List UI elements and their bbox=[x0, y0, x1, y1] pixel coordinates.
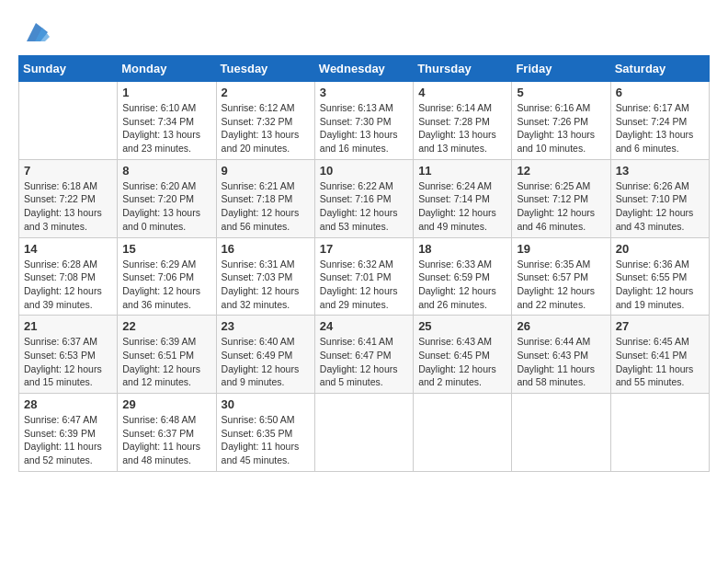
calendar-table: SundayMondayTuesdayWednesdayThursdayFrid… bbox=[18, 55, 710, 472]
day-number: 5 bbox=[517, 86, 605, 99]
calendar-week-row: 21Sunrise: 6:37 AMSunset: 6:53 PMDayligh… bbox=[19, 316, 710, 394]
day-info: Sunrise: 6:39 AMSunset: 6:51 PMDaylight:… bbox=[122, 335, 210, 389]
day-number: 23 bbox=[222, 319, 310, 333]
calendar-cell: 3Sunrise: 6:13 AMSunset: 7:30 PMDaylight… bbox=[314, 82, 413, 160]
calendar-cell: 18Sunrise: 6:33 AMSunset: 6:59 PMDayligh… bbox=[414, 237, 512, 316]
calendar-week-row: 7Sunrise: 6:18 AMSunset: 7:22 PMDaylight… bbox=[19, 159, 710, 237]
day-info: Sunrise: 6:14 AMSunset: 7:28 PMDaylight:… bbox=[418, 101, 506, 155]
calendar-cell: 27Sunrise: 6:45 AMSunset: 6:41 PMDayligh… bbox=[610, 316, 709, 394]
weekday-header: Friday bbox=[512, 56, 610, 82]
day-info: Sunrise: 6:43 AMSunset: 6:45 PMDaylight:… bbox=[418, 335, 506, 389]
calendar-cell: 26Sunrise: 6:44 AMSunset: 6:43 PMDayligh… bbox=[512, 316, 610, 394]
day-number: 30 bbox=[222, 397, 310, 411]
day-number: 9 bbox=[222, 164, 310, 178]
day-info: Sunrise: 6:50 AMSunset: 6:35 PMDaylight:… bbox=[222, 413, 310, 467]
calendar-cell: 25Sunrise: 6:43 AMSunset: 6:45 PMDayligh… bbox=[414, 316, 512, 394]
day-info: Sunrise: 6:35 AMSunset: 6:57 PMDaylight:… bbox=[517, 258, 605, 312]
logo bbox=[18, 18, 50, 46]
calendar-cell: 9Sunrise: 6:21 AMSunset: 7:18 PMDaylight… bbox=[216, 159, 314, 237]
calendar-cell: 15Sunrise: 6:29 AMSunset: 7:06 PMDayligh… bbox=[118, 237, 216, 316]
day-info: Sunrise: 6:12 AMSunset: 7:32 PMDaylight:… bbox=[222, 101, 310, 155]
day-info: Sunrise: 6:33 AMSunset: 6:59 PMDaylight:… bbox=[418, 258, 506, 312]
logo-icon bbox=[22, 18, 50, 46]
day-info: Sunrise: 6:36 AMSunset: 6:55 PMDaylight:… bbox=[616, 258, 704, 312]
day-number: 16 bbox=[222, 242, 310, 256]
weekday-header: Saturday bbox=[610, 56, 709, 82]
day-number: 17 bbox=[320, 242, 408, 256]
day-number: 27 bbox=[616, 319, 704, 333]
calendar-cell: 20Sunrise: 6:36 AMSunset: 6:55 PMDayligh… bbox=[610, 237, 709, 316]
calendar-cell: 14Sunrise: 6:28 AMSunset: 7:08 PMDayligh… bbox=[19, 237, 118, 316]
calendar-cell: 13Sunrise: 6:26 AMSunset: 7:10 PMDayligh… bbox=[610, 159, 709, 237]
calendar-week-row: 14Sunrise: 6:28 AMSunset: 7:08 PMDayligh… bbox=[19, 237, 710, 316]
day-info: Sunrise: 6:28 AMSunset: 7:08 PMDaylight:… bbox=[24, 258, 112, 312]
day-info: Sunrise: 6:10 AMSunset: 7:34 PMDaylight:… bbox=[122, 101, 210, 155]
day-number: 2 bbox=[222, 86, 310, 99]
calendar-cell: 19Sunrise: 6:35 AMSunset: 6:57 PMDayligh… bbox=[512, 237, 610, 316]
calendar-week-row: 28Sunrise: 6:47 AMSunset: 6:39 PMDayligh… bbox=[19, 394, 710, 472]
day-number: 18 bbox=[418, 242, 506, 256]
calendar-cell: 22Sunrise: 6:39 AMSunset: 6:51 PMDayligh… bbox=[118, 316, 216, 394]
calendar-cell: 6Sunrise: 6:17 AMSunset: 7:24 PMDaylight… bbox=[610, 82, 709, 160]
day-info: Sunrise: 6:37 AMSunset: 6:53 PMDaylight:… bbox=[24, 335, 112, 389]
calendar-cell: 23Sunrise: 6:40 AMSunset: 6:49 PMDayligh… bbox=[216, 316, 314, 394]
calendar-cell: 21Sunrise: 6:37 AMSunset: 6:53 PMDayligh… bbox=[19, 316, 118, 394]
day-info: Sunrise: 6:25 AMSunset: 7:12 PMDaylight:… bbox=[517, 179, 605, 234]
day-number: 21 bbox=[24, 319, 112, 333]
calendar-cell: 2Sunrise: 6:12 AMSunset: 7:32 PMDaylight… bbox=[216, 82, 314, 160]
weekday-header: Thursday bbox=[414, 56, 512, 82]
day-number: 10 bbox=[320, 164, 408, 178]
calendar-cell: 12Sunrise: 6:25 AMSunset: 7:12 PMDayligh… bbox=[512, 159, 610, 237]
day-number: 28 bbox=[24, 397, 112, 411]
day-info: Sunrise: 6:41 AMSunset: 6:47 PMDaylight:… bbox=[320, 335, 408, 389]
day-number: 29 bbox=[122, 397, 210, 411]
day-number: 25 bbox=[418, 319, 506, 333]
day-info: Sunrise: 6:20 AMSunset: 7:20 PMDaylight:… bbox=[122, 179, 210, 234]
day-number: 19 bbox=[517, 242, 605, 256]
calendar-cell: 28Sunrise: 6:47 AMSunset: 6:39 PMDayligh… bbox=[19, 394, 118, 472]
day-info: Sunrise: 6:31 AMSunset: 7:03 PMDaylight:… bbox=[222, 258, 310, 312]
day-info: Sunrise: 6:21 AMSunset: 7:18 PMDaylight:… bbox=[222, 179, 310, 234]
calendar-week-row: 1Sunrise: 6:10 AMSunset: 7:34 PMDaylight… bbox=[19, 82, 710, 160]
weekday-header: Wednesday bbox=[314, 56, 413, 82]
day-number: 26 bbox=[517, 319, 605, 333]
calendar-cell: 4Sunrise: 6:14 AMSunset: 7:28 PMDaylight… bbox=[414, 82, 512, 160]
day-info: Sunrise: 6:32 AMSunset: 7:01 PMDaylight:… bbox=[320, 258, 408, 312]
day-number: 7 bbox=[24, 164, 112, 178]
day-info: Sunrise: 6:29 AMSunset: 7:06 PMDaylight:… bbox=[122, 258, 210, 312]
day-number: 20 bbox=[616, 242, 704, 256]
calendar-cell bbox=[314, 394, 413, 472]
page-header bbox=[18, 18, 710, 46]
calendar-cell bbox=[414, 394, 512, 472]
day-number: 4 bbox=[418, 86, 506, 99]
calendar-cell bbox=[610, 394, 709, 472]
day-info: Sunrise: 6:18 AMSunset: 7:22 PMDaylight:… bbox=[24, 179, 112, 234]
day-info: Sunrise: 6:24 AMSunset: 7:14 PMDaylight:… bbox=[418, 179, 506, 234]
day-info: Sunrise: 6:48 AMSunset: 6:37 PMDaylight:… bbox=[122, 413, 210, 467]
day-number: 11 bbox=[418, 164, 506, 178]
day-number: 6 bbox=[616, 86, 704, 99]
day-number: 3 bbox=[320, 86, 408, 99]
calendar-cell bbox=[19, 82, 118, 160]
day-number: 14 bbox=[24, 242, 112, 256]
day-info: Sunrise: 6:22 AMSunset: 7:16 PMDaylight:… bbox=[320, 179, 408, 234]
calendar-cell: 5Sunrise: 6:16 AMSunset: 7:26 PMDaylight… bbox=[512, 82, 610, 160]
day-info: Sunrise: 6:47 AMSunset: 6:39 PMDaylight:… bbox=[24, 413, 112, 467]
calendar-cell: 16Sunrise: 6:31 AMSunset: 7:03 PMDayligh… bbox=[216, 237, 314, 316]
calendar-cell: 10Sunrise: 6:22 AMSunset: 7:16 PMDayligh… bbox=[314, 159, 413, 237]
day-info: Sunrise: 6:16 AMSunset: 7:26 PMDaylight:… bbox=[517, 101, 605, 155]
calendar-cell: 17Sunrise: 6:32 AMSunset: 7:01 PMDayligh… bbox=[314, 237, 413, 316]
day-number: 24 bbox=[320, 319, 408, 333]
day-info: Sunrise: 6:44 AMSunset: 6:43 PMDaylight:… bbox=[517, 335, 605, 389]
weekday-header: Sunday bbox=[19, 56, 118, 82]
calendar-cell: 8Sunrise: 6:20 AMSunset: 7:20 PMDaylight… bbox=[118, 159, 216, 237]
day-number: 12 bbox=[517, 164, 605, 178]
day-number: 13 bbox=[616, 164, 704, 178]
calendar-cell: 7Sunrise: 6:18 AMSunset: 7:22 PMDaylight… bbox=[19, 159, 118, 237]
day-number: 8 bbox=[122, 164, 210, 178]
day-info: Sunrise: 6:40 AMSunset: 6:49 PMDaylight:… bbox=[222, 335, 310, 389]
calendar-cell: 11Sunrise: 6:24 AMSunset: 7:14 PMDayligh… bbox=[414, 159, 512, 237]
calendar-cell: 30Sunrise: 6:50 AMSunset: 6:35 PMDayligh… bbox=[216, 394, 314, 472]
day-info: Sunrise: 6:13 AMSunset: 7:30 PMDaylight:… bbox=[320, 101, 408, 155]
calendar-cell: 1Sunrise: 6:10 AMSunset: 7:34 PMDaylight… bbox=[118, 82, 216, 160]
